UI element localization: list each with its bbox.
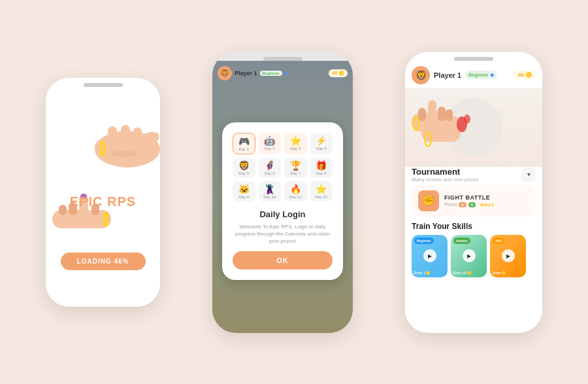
day-6-label: Day 6	[265, 171, 275, 175]
day-item-12: ⭐ Day 12	[310, 181, 333, 201]
day-5-label: Day 5	[238, 171, 249, 175]
svg-rect-3	[108, 126, 117, 145]
phone-loading: EPIC RPS LOADING 46%	[46, 78, 160, 307]
ok-button[interactable]: OK	[233, 251, 333, 270]
day-item-8: 🎁 Day 8	[310, 158, 333, 178]
tournament-section: Tournament Many rounds and cool prizes ▾	[405, 167, 542, 185]
day-item-9: 🐱 Day 9	[233, 181, 255, 201]
day-4-icon: ⚡	[312, 135, 332, 146]
tournament-subtitle: Many rounds and cool prizes	[412, 177, 478, 183]
main-screen: 🦁 Player 1 Beginner ◆ 40 🟡	[405, 61, 542, 329]
day-10-label: Day 10	[263, 195, 276, 199]
svg-rect-26	[438, 107, 446, 121]
day-11-label: Day 11	[289, 195, 302, 199]
loading-bar: LOADING 46%	[61, 253, 146, 270]
skill-badge-amateur: Amator	[453, 237, 470, 244]
svg-rect-25	[418, 108, 426, 121]
day-item-6: 🦸 Day 6	[259, 158, 282, 178]
svg-rect-27	[446, 109, 453, 121]
day-4-label: Day 4	[316, 147, 327, 150]
game-header: 🦁 Player 1 Beginner ◆ 40 🟡	[405, 61, 542, 88]
bg-badge: Beginner	[260, 71, 282, 76]
fist-icon: ✊	[418, 190, 439, 211]
entry-info-advanced: Entry 🟡	[493, 271, 506, 275]
bg-diamond: ◆	[285, 70, 289, 76]
day-12-label: Day 12	[315, 195, 327, 199]
day-12-icon: ⭐	[312, 184, 332, 194]
day-7-icon: 🏆	[286, 160, 306, 171]
entry-info-amateur: Entry 10 🟡	[453, 271, 471, 275]
entry-badge: Entry 1	[478, 202, 496, 207]
day-item-3: ⭐ Day 3	[284, 133, 307, 154]
day-2-label: Day 2	[265, 147, 275, 150]
daily-grid: 🎮 Day 1 🤖 Day 2 ⭐ Day 3	[233, 133, 333, 201]
skill-card-amateur[interactable]: Amator ▶ Entry 10 🟡	[451, 235, 487, 277]
day-item-2: 🤖 Day 2	[259, 133, 282, 154]
play-button-beginner[interactable]: ▶	[423, 249, 436, 262]
daily-login-modal: 🎮 Day 1 🤖 Day 2 ⭐ Day 3	[222, 122, 343, 281]
skills-section: Train Your Skills Beginner ▶ Entry 1 🟡 A…	[405, 222, 542, 277]
play-button-amateur[interactable]: ▶	[463, 249, 476, 262]
phone-main: 🦁 Player 1 Beginner ◆ 40 🟡	[405, 52, 542, 333]
loading-screen: EPIC RPS LOADING 46%	[46, 87, 160, 307]
svg-rect-4	[121, 125, 130, 145]
day-11-icon: 🔥	[286, 184, 306, 194]
day-9-icon: 🐱	[234, 184, 254, 194]
day-8-label: Day 8	[316, 171, 327, 175]
fight-battle-card[interactable]: ✊ FIGHT BATTLE Prizes 2 5 Entry 1	[412, 185, 536, 217]
day-item-5: 🦁 Day 5	[233, 158, 255, 178]
tournament-text: Tournament Many rounds and cool prizes	[412, 167, 478, 183]
day-3-label: Day 3	[290, 147, 301, 150]
day-item-10: 🦹 Day 10	[259, 181, 282, 201]
day-5-icon: 🦁	[234, 160, 254, 171]
tournament-title: Tournament	[412, 167, 478, 177]
daily-login-screen: 🦁 Player 1 Beginner ◆ 40 🟡 🎮	[212, 61, 353, 333]
modal-title: Daily Login	[233, 209, 333, 219]
chevron-down-icon[interactable]: ▾	[521, 167, 536, 182]
hand-top-icon	[88, 120, 160, 172]
svg-point-22	[464, 114, 470, 124]
svg-rect-24	[428, 100, 436, 118]
bg-avatar: 🦁	[218, 66, 232, 80]
coins-display: 40 🟡	[514, 71, 536, 79]
hero-image-area	[405, 88, 542, 167]
svg-point-6	[111, 150, 137, 157]
player-avatar: 🦁	[412, 66, 430, 84]
day-1-label: Day 1	[238, 147, 249, 151]
day-9-label: Day 9	[238, 195, 249, 199]
diamond-icon: ◆	[490, 72, 494, 78]
day-item-11: 🔥 Day 11	[284, 181, 307, 201]
day-1-icon: 🎮	[235, 136, 253, 147]
skill-card-beginner[interactable]: Beginner ▶ Entry 1 🟡	[412, 235, 448, 277]
day-item-7: 🏆 Day 7	[284, 158, 307, 178]
bg-header: 🦁 Player 1 Beginner ◆ 40 🟡	[218, 66, 348, 80]
play-button-advanced[interactable]: ▶	[502, 249, 515, 262]
day-3-icon: ⭐	[286, 135, 306, 146]
day-6-icon: 🦸	[260, 160, 280, 171]
svg-rect-5	[133, 128, 142, 143]
prize-1-badge: 2	[459, 202, 466, 207]
fight-title: FIGHT BATTLE	[444, 194, 529, 201]
fight-prizes: Prizes 2 5 Entry 1	[444, 202, 529, 207]
day-2-icon: 🤖	[260, 135, 280, 146]
loading-bar-container: LOADING 46%	[61, 253, 146, 270]
skill-badge-beginner: Beginner	[414, 237, 434, 244]
player-name: Player 1	[434, 71, 461, 79]
phone-daily-login: 🦁 Player 1 Beginner ◆ 40 🟡 🎮	[212, 52, 353, 333]
scene: EPIC RPS LOADING 46% 🦁 Player 1 Beginner…	[0, 0, 588, 384]
skill-badge-advanced: Adv.	[493, 237, 504, 244]
bg-coins: 40 🟡	[329, 69, 348, 77]
day-item-1: 🎮 Day 1	[233, 133, 255, 154]
skills-title: Train Your Skills	[412, 222, 536, 231]
fight-info: FIGHT BATTLE Prizes 2 5 Entry 1	[444, 194, 529, 207]
day-10-icon: 🦹	[260, 184, 280, 194]
app-title: EPIC RPS	[70, 194, 136, 209]
skills-grid: Beginner ▶ Entry 1 🟡 Amator ▶ Entry 10 🟡…	[412, 235, 536, 277]
modal-overlay: 🎮 Day 1 🤖 Day 2 ⭐ Day 3	[212, 61, 353, 333]
skill-card-advanced[interactable]: Adv. ▶ Entry 🟡	[490, 235, 526, 277]
svg-rect-12	[59, 205, 67, 215]
day-7-label: Day 7	[290, 171, 301, 175]
day-8-icon: 🎁	[312, 160, 332, 171]
coin-icon: 🟡	[525, 72, 532, 78]
modal-description: Welcome To Epic RPS. Login to daily prog…	[233, 223, 333, 245]
